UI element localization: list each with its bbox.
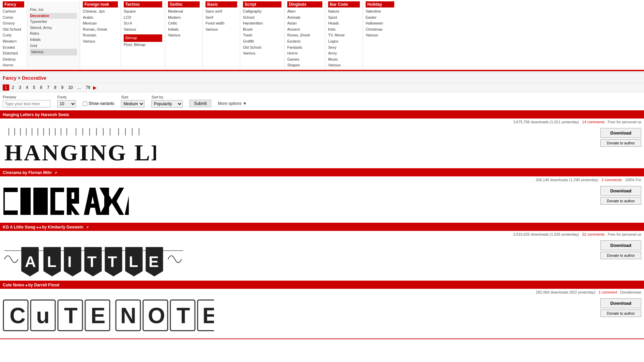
- nav-item-chinese[interactable]: Chinese, Jpn: [83, 9, 118, 15]
- nav-item-runes[interactable]: Runes, Elvish: [287, 32, 322, 38]
- donate-button-cinerama[interactable]: Donate to author: [600, 197, 641, 205]
- nav-item-mexican[interactable]: Mexican: [83, 20, 118, 27]
- nav-item-curly[interactable]: Curly: [3, 32, 24, 38]
- page-next[interactable]: ▶: [93, 85, 97, 90]
- nav-item-various-gothic[interactable]: Various: [168, 32, 200, 38]
- nav-item-medieval[interactable]: Medieval: [168, 9, 200, 15]
- page-8[interactable]: 8: [52, 84, 59, 91]
- nav-item-kids[interactable]: Kids: [328, 27, 360, 33]
- nav-item-graffiti[interactable]: Graffiti: [243, 38, 281, 45]
- nav-item-initials-gothic[interactable]: Initials: [168, 27, 200, 33]
- nav-title-foreign[interactable]: Foreign look: [83, 1, 118, 7]
- font-comments-hanging[interactable]: 14 comments: [582, 120, 604, 124]
- nav-item-fire-ice[interactable]: Fire, Ice: [30, 7, 77, 13]
- nav-item-decorative[interactable]: Decorative: [30, 13, 77, 19]
- font-comments-swag[interactable]: 22 comments: [582, 232, 604, 236]
- font-comments-cinerama[interactable]: 2 comments: [601, 178, 622, 182]
- nav-item-esoteric[interactable]: Esoteric: [287, 38, 322, 45]
- nav-item-animals[interactable]: Animals: [287, 15, 322, 21]
- nav-item-oldschool-script[interactable]: Old School: [243, 45, 281, 51]
- page-6[interactable]: 6: [38, 84, 44, 91]
- nav-item-horror-ding[interactable]: Horror: [287, 50, 322, 57]
- download-button-hanging[interactable]: Download: [600, 128, 641, 138]
- nav-item-horror[interactable]: Horror: [3, 62, 24, 68]
- nav-item-pixel-bitmap[interactable]: Pixel, Bitmap: [124, 42, 162, 48]
- nav-title-fancy[interactable]: Fancy: [3, 1, 24, 7]
- font-name-swag[interactable]: KG A Little Swag: [3, 225, 35, 230]
- nav-item-sport[interactable]: Sport: [328, 15, 360, 21]
- nav-item-games[interactable]: Games: [287, 57, 322, 63]
- nav-item-russian[interactable]: Russian: [83, 32, 118, 38]
- nav-item-destroy[interactable]: Destroy: [3, 57, 24, 63]
- donate-button-cute[interactable]: Donate to author: [600, 310, 641, 317]
- nav-item-oldschool[interactable]: Old School: [3, 27, 24, 33]
- nav-item-christmas[interactable]: Christmas: [366, 27, 394, 33]
- nav-item-calligraphy[interactable]: Calligraphy: [243, 9, 281, 15]
- nav-item-valentine[interactable]: Valentine: [366, 9, 394, 15]
- nav-item-heads[interactable]: Heads: [328, 20, 360, 27]
- download-button-cinerama[interactable]: Download: [600, 186, 641, 196]
- nav-item-asian[interactable]: Asian: [287, 20, 322, 27]
- nav-item-arabic[interactable]: Arabic: [83, 15, 118, 21]
- size-select[interactable]: Small Medium Large: [121, 100, 144, 108]
- nav-title-script[interactable]: Script: [243, 1, 281, 7]
- nav-item-halloween[interactable]: Halloween: [366, 20, 394, 27]
- nav-title-basic[interactable]: Basic: [205, 1, 237, 7]
- nav-title-gothic[interactable]: Gothic: [168, 1, 200, 7]
- page-5[interactable]: 5: [31, 84, 37, 91]
- nav-item-handwritten[interactable]: Handwritten: [243, 20, 281, 27]
- nav-item-distorted[interactable]: Distorted: [3, 50, 24, 57]
- nav-item-square[interactable]: Square: [124, 9, 162, 15]
- donate-button-hanging[interactable]: Donate to author: [600, 139, 641, 147]
- nav-item-ancient[interactable]: Ancient: [287, 27, 322, 33]
- sortby-select[interactable]: Popularity Alphabetical Latest: [151, 100, 183, 108]
- nav-item-retro[interactable]: Retro: [30, 31, 77, 37]
- nav-item-alien[interactable]: Alien: [287, 9, 322, 15]
- show-variants-checkbox[interactable]: [83, 101, 87, 106]
- page-4[interactable]: 4: [24, 84, 30, 91]
- nav-item-fantastic[interactable]: Fantastic: [287, 45, 322, 51]
- page-7[interactable]: 7: [45, 84, 51, 91]
- nav-item-nature[interactable]: Nature: [328, 9, 360, 15]
- nav-item-sexy[interactable]: Sexy: [328, 45, 360, 51]
- nav-item-various-techno[interactable]: Various: [124, 27, 162, 33]
- nav-item-western[interactable]: Western: [3, 38, 24, 45]
- font-author-swag[interactable]: Kimberly Geswein: [48, 225, 83, 230]
- nav-item-stencil[interactable]: Stencil, Army: [30, 25, 77, 31]
- page-10[interactable]: 10: [66, 84, 75, 91]
- nav-item-grid[interactable]: Grid: [30, 43, 77, 49]
- nav-item-various-barcode[interactable]: Various: [328, 62, 360, 68]
- nav-title-dingbats[interactable]: Dingbats: [287, 1, 322, 7]
- nav-item-scifi[interactable]: Sci-fi: [124, 20, 162, 27]
- nav-item-school[interactable]: School: [243, 15, 281, 21]
- external-link-icon-cinerama[interactable]: ↗: [54, 171, 57, 175]
- page-9[interactable]: 9: [59, 84, 66, 91]
- nav-item-various-script[interactable]: Various: [243, 50, 281, 57]
- page-3[interactable]: 3: [17, 84, 23, 91]
- nav-item-comic[interactable]: Comic: [3, 15, 24, 21]
- nav-item-fixedwidth[interactable]: Fixed width: [205, 20, 237, 27]
- nav-item-initials[interactable]: Initials: [30, 37, 77, 43]
- nav-item-logos[interactable]: Logos: [328, 38, 360, 45]
- nav-title-techno[interactable]: Techno: [124, 1, 162, 7]
- more-options-button[interactable]: More options ▼: [218, 101, 247, 106]
- font-author-hanging[interactable]: Hareesh Seela: [41, 112, 69, 117]
- nav-item-various-basic[interactable]: Various: [205, 27, 237, 33]
- donate-button-swag[interactable]: Donate to author: [600, 252, 641, 259]
- nav-item-tvmovie[interactable]: TV, Movie: [328, 32, 360, 38]
- breadcrumb-parent[interactable]: Fancy: [3, 75, 16, 81]
- nav-item-army[interactable]: Army: [328, 50, 360, 57]
- nav-item-groovy[interactable]: Groovy: [3, 20, 24, 27]
- nav-title-barcode[interactable]: Bar Code: [328, 1, 360, 7]
- font-name-cinerama[interactable]: Cinerama: [3, 170, 21, 175]
- nav-item-brush[interactable]: Brush: [243, 27, 281, 33]
- download-button-cute[interactable]: Download: [600, 298, 641, 308]
- font-name-hanging[interactable]: Hanging Letters: [3, 112, 34, 117]
- submit-button[interactable]: Submit: [189, 100, 211, 107]
- font-comments-cute[interactable]: 1 comment: [599, 290, 617, 294]
- page-2[interactable]: 2: [10, 84, 16, 91]
- preview-input[interactable]: [3, 100, 50, 108]
- nav-item-typewriter[interactable]: Typewriter: [30, 19, 77, 25]
- page-79[interactable]: 79: [84, 84, 92, 91]
- nav-item-easter[interactable]: Easter: [366, 15, 394, 21]
